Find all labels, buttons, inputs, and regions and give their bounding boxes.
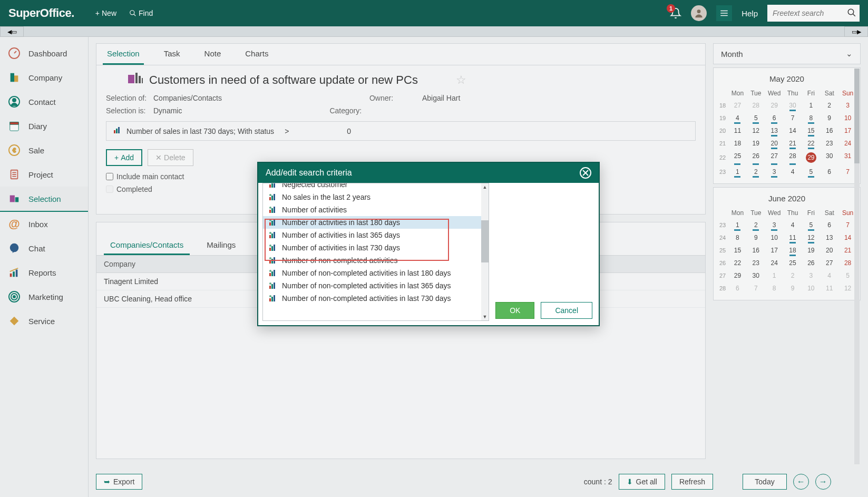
calendar-day[interactable]: 27: [765, 150, 784, 165]
scrollbar-thumb[interactable]: [854, 69, 860, 163]
calendar-day[interactable]: 29: [728, 269, 747, 282]
help-link[interactable]: Help: [742, 9, 758, 18]
today-button[interactable]: Today: [743, 474, 786, 490]
criteria-list-item[interactable]: Number of activities: [263, 203, 489, 216]
listbox-scrollbar[interactable]: ▲ ▼: [481, 183, 489, 320]
calendar-day[interactable]: 6: [765, 112, 784, 124]
criteria-list-item[interactable]: Number of non-completed activities in la…: [263, 267, 489, 279]
sidebar-item-reports[interactable]: Reports: [0, 260, 88, 285]
calendar-day[interactable]: 13: [820, 231, 838, 244]
calendar-day[interactable]: 11: [784, 231, 802, 244]
tab-mailings[interactable]: Mailings: [200, 236, 242, 255]
criteria-list-item[interactable]: Neglected customer: [263, 183, 489, 191]
favorite-star-icon[interactable]: ☆: [456, 73, 466, 87]
calendar-day[interactable]: 16: [747, 244, 765, 257]
calendar-day[interactable]: 22: [728, 257, 747, 269]
scroll-down-arrow[interactable]: ▼: [481, 313, 489, 320]
calendar-day[interactable]: 23: [820, 137, 838, 150]
calendar-day[interactable]: 4: [820, 269, 838, 282]
sidebar-item-selection[interactable]: Selection: [0, 187, 88, 212]
listbox-scroll-thumb[interactable]: [481, 220, 489, 262]
calendar-day[interactable]: 30: [820, 150, 838, 165]
criteria-list-item[interactable]: Number of non-completed activities in la…: [263, 279, 489, 292]
criteria-list-item[interactable]: Number of activities in last 365 days: [263, 229, 489, 241]
calendar-day[interactable]: 25: [728, 150, 747, 165]
calendar-day[interactable]: 6: [820, 219, 838, 231]
calendar-day[interactable]: 24: [765, 257, 784, 269]
calendar-day[interactable]: 6: [820, 165, 838, 178]
calendar-day[interactable]: 3: [765, 219, 784, 231]
tab-companies-contacts[interactable]: Companies/Contacts: [104, 236, 190, 255]
sidebar-item-contact[interactable]: Contact: [0, 90, 88, 114]
collapse-left-button[interactable]: ◀▭: [0, 26, 24, 37]
main-menu-button[interactable]: [716, 5, 732, 21]
criteria-list-item[interactable]: No sales in the last 2 years: [263, 191, 489, 203]
calendar-day[interactable]: 29: [765, 99, 784, 112]
search-icon[interactable]: [847, 8, 856, 17]
calendar-day[interactable]: 4: [784, 219, 802, 231]
right-panel-header[interactable]: Month ⌄: [713, 43, 861, 64]
sidebar-item-service[interactable]: Service: [0, 309, 88, 333]
user-avatar[interactable]: [691, 5, 707, 21]
calendar-day[interactable]: 7: [747, 282, 765, 295]
calendar-day[interactable]: 27: [820, 257, 838, 269]
calendar-day[interactable]: 17: [765, 244, 784, 257]
completed-checkbox[interactable]: [106, 186, 113, 193]
calendar-day[interactable]: 4: [728, 112, 747, 124]
calendar-day[interactable]: 2: [747, 165, 765, 178]
calendar-day[interactable]: 28: [747, 99, 765, 112]
tab-note[interactable]: Note: [200, 44, 226, 65]
new-button[interactable]: + New: [95, 9, 116, 17]
calendar-day[interactable]: 9: [820, 112, 838, 124]
sidebar-item-diary[interactable]: Diary: [0, 114, 88, 138]
prev-button[interactable]: ←: [793, 474, 809, 490]
calendar-day[interactable]: 18: [784, 244, 802, 257]
criteria-listbox[interactable]: Neglected customerNo sales in the last 2…: [262, 183, 489, 321]
calendar-day[interactable]: 22: [802, 137, 820, 150]
calendar-day[interactable]: 9: [784, 282, 802, 295]
dialog-cancel-button[interactable]: Cancel: [541, 302, 592, 319]
calendar-day[interactable]: 9: [747, 231, 765, 244]
calendar-day[interactable]: 8: [765, 282, 784, 295]
next-button[interactable]: →: [815, 474, 831, 490]
sidebar-item-dashboard[interactable]: Dashboard: [0, 41, 88, 65]
export-button[interactable]: ➥ Export: [96, 474, 142, 490]
calendar-day[interactable]: 7: [784, 112, 802, 124]
sidebar-item-inbox[interactable]: @ Inbox: [0, 212, 88, 236]
sidebar-item-company[interactable]: Company: [0, 65, 88, 90]
criteria-list-item[interactable]: Number of non-completed activities in la…: [263, 292, 489, 305]
calendar-day[interactable]: 1: [728, 165, 747, 178]
calendar-day[interactable]: 30: [747, 269, 765, 282]
dialog-close-button[interactable]: [580, 167, 591, 179]
calendar-day[interactable]: 21: [784, 137, 802, 150]
calendar-day[interactable]: 25: [784, 257, 802, 269]
include-main-contact-checkbox[interactable]: [106, 173, 113, 180]
criteria-list-item[interactable]: Number of activities in last 730 days: [263, 241, 489, 254]
calendar-day[interactable]: 15: [728, 244, 747, 257]
calendar-day[interactable]: 20: [765, 137, 784, 150]
criteria-list-item[interactable]: Number of non-completed activities: [263, 254, 489, 267]
calendar-day[interactable]: 2: [820, 99, 838, 112]
freetext-search-input[interactable]: [767, 5, 860, 22]
criteria-list-item[interactable]: Number of activities in last 180 days: [263, 216, 489, 229]
calendar-day[interactable]: 18: [728, 137, 747, 150]
refresh-button[interactable]: Refresh: [671, 474, 713, 490]
calendar-day[interactable]: 6: [728, 282, 747, 295]
calendar-day[interactable]: 5: [747, 112, 765, 124]
calendar-day[interactable]: 1: [728, 219, 747, 231]
delete-criteria-button[interactable]: ✕ Delete: [148, 149, 193, 166]
add-criteria-button[interactable]: + Add: [106, 149, 142, 166]
calendar-day[interactable]: 10: [802, 282, 820, 295]
calendar-day[interactable]: 10: [765, 231, 784, 244]
sidebar-item-marketing[interactable]: Marketing: [0, 285, 88, 309]
calendar-day[interactable]: 20: [820, 244, 838, 257]
calendar-day[interactable]: 29: [802, 150, 820, 165]
tab-charts[interactable]: Charts: [241, 44, 272, 65]
tab-task[interactable]: Task: [160, 44, 184, 65]
calendar-day[interactable]: 11: [820, 282, 838, 295]
calendar-day[interactable]: 2: [747, 219, 765, 231]
calendar-day[interactable]: 26: [747, 150, 765, 165]
calendar-day[interactable]: 1: [802, 99, 820, 112]
calendar-day[interactable]: 5: [802, 165, 820, 178]
get-all-button[interactable]: ⬇ Get all: [619, 474, 665, 490]
